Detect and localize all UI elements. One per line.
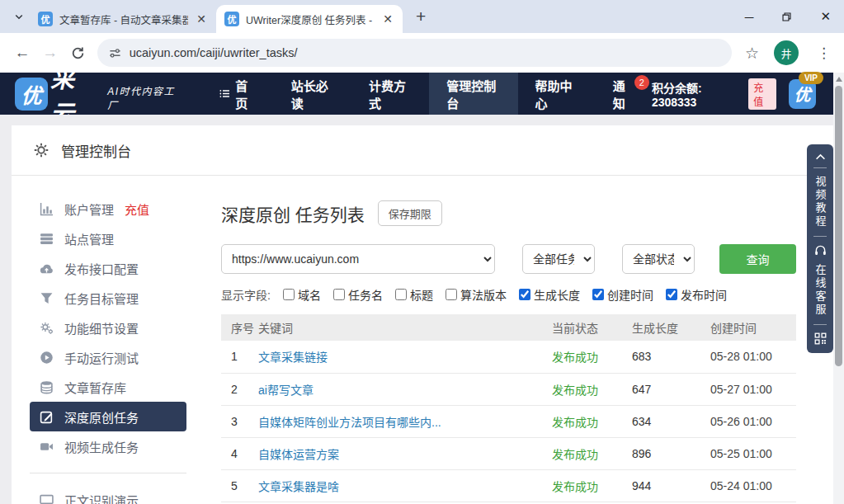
checkbox-label: 创建时间: [607, 286, 653, 303]
table-row: 3 自媒体矩阵创业方法项目有哪些内... 发布成功 634 05-26 01:0…: [221, 405, 796, 437]
reload-icon: [71, 46, 85, 60]
task-filter-select[interactable]: 全部任务: [522, 244, 595, 274]
save-period-button[interactable]: 保存期限: [378, 200, 442, 226]
sidebar-item-content-recognition-demo[interactable]: 正文识别演示: [30, 485, 186, 504]
query-button[interactable]: 查询: [719, 244, 796, 274]
checkbox[interactable]: [395, 289, 407, 300]
cell-created: 05-28 01:00: [710, 341, 796, 373]
close-tab-icon[interactable]: ✕: [381, 12, 394, 26]
nav-item-must-read[interactable]: 站长必读: [274, 73, 351, 115]
url-text: ucaiyun.com/caiji/uwriter_tasks/: [130, 46, 298, 59]
cell-created: 05-27 01:00: [710, 373, 796, 405]
minimize-button[interactable]: ─: [745, 10, 754, 24]
checkbox[interactable]: [519, 289, 530, 300]
nav-item-help[interactable]: 帮助中心: [518, 73, 596, 115]
field-checkbox-domain[interactable]: 域名: [283, 286, 321, 303]
keyword-link[interactable]: 文章采集器是啥: [258, 480, 339, 493]
qr-code-icon[interactable]: [814, 332, 827, 345]
sidebar-item-label: 手动运行测试: [64, 349, 139, 366]
close-window-button[interactable]: ✕: [820, 9, 831, 24]
tab-article-store[interactable]: 优 文章暂存库 - 自动文章采集器-自 ✕: [30, 5, 216, 33]
gears-icon: [40, 321, 54, 335]
browser-profile-avatar[interactable]: 井: [774, 40, 799, 65]
sidebar-item-label: 账户管理: [64, 200, 114, 218]
scrollbar-thumb[interactable]: [835, 86, 842, 366]
checkbox[interactable]: [446, 289, 457, 300]
checkbox[interactable]: [283, 289, 295, 300]
nav-item-home[interactable]: 首页: [202, 73, 274, 115]
cell-length: 647: [632, 373, 710, 405]
status-badge: 发布成功: [552, 373, 632, 405]
checkbox[interactable]: [333, 289, 345, 300]
cell-length: 634: [632, 405, 710, 437]
headset-icon[interactable]: [814, 244, 827, 257]
field-checkbox-algo-version[interactable]: 算法版本: [446, 286, 507, 303]
sidebar-item-task-targets[interactable]: 任务目标管理: [30, 283, 186, 313]
new-tab-button[interactable]: +: [416, 7, 426, 26]
checkbox-label: 域名: [298, 286, 321, 303]
user-avatar[interactable]: 优 VIP: [789, 79, 816, 109]
sidebar-item-deep-original-tasks[interactable]: 深度原创任务: [30, 402, 186, 431]
filter-row: https://www.ucaiyun.com 全部任务 全部状态 查询: [221, 244, 796, 274]
restore-button[interactable]: [781, 12, 792, 22]
sidebar-recharge-link[interactable]: 充值: [125, 200, 149, 218]
sidebar-item-video-tasks[interactable]: 视频生成任务: [30, 431, 186, 461]
brand-logo-mark[interactable]: 优: [15, 78, 48, 111]
field-checkbox-task-name[interactable]: 任务名: [333, 286, 383, 303]
checkbox-label: 标题: [410, 286, 433, 303]
cell-no: 4: [221, 437, 258, 469]
scrollbar-up-arrow[interactable]: [836, 77, 842, 82]
sidebar-item-manual-test[interactable]: 手动运行测试: [30, 342, 186, 372]
sidebar-item-label: 深度原创任务: [64, 408, 139, 426]
checkbox[interactable]: [666, 289, 677, 300]
field-checkbox-gen-length[interactable]: 生成长度: [519, 286, 580, 303]
checkbox[interactable]: [592, 289, 604, 300]
tab-search-button[interactable]: [8, 6, 30, 27]
nav-label: 站长必读: [291, 77, 334, 111]
close-tab-icon[interactable]: ✕: [195, 12, 208, 26]
sidebar-item-publish-api[interactable]: 发布接口配置: [30, 253, 186, 283]
back-button[interactable]: ←: [8, 39, 36, 67]
sidebar-item-label: 文章暂存库: [64, 379, 126, 396]
page-scrollbar[interactable]: [833, 73, 844, 504]
online-service-button[interactable]: 在线客服: [815, 264, 826, 317]
site-navbar: 优 采云 AI时代内容工厂 首页 站长必读 计费方式 管理控制台 帮助中心 通知…: [0, 73, 844, 115]
recharge-button[interactable]: 充值: [748, 78, 776, 110]
site-filter-select[interactable]: https://www.ucaiyun.com: [221, 244, 495, 274]
status-filter-select[interactable]: 全部状态: [622, 244, 695, 274]
nav-item-pricing[interactable]: 计费方式: [351, 73, 429, 115]
database-icon: [40, 380, 54, 394]
col-header-status: 当前状态: [552, 314, 632, 341]
video-tutorial-button[interactable]: 视频教程: [815, 176, 826, 228]
keyword-link[interactable]: 自媒体矩阵创业方法项目有哪些内...: [258, 416, 441, 429]
bookmark-star-icon[interactable]: ☆: [745, 44, 759, 63]
sidebar-item-article-store[interactable]: 文章暂存库: [30, 372, 186, 402]
status-badge: 发布成功: [552, 437, 632, 469]
keyword-link[interactable]: ai帮写文章: [258, 384, 314, 397]
points-balance: 积分余额: 2308333: [652, 79, 741, 109]
sidebar-item-feature-settings[interactable]: 功能细节设置: [30, 313, 186, 342]
field-checkbox-created-time[interactable]: 创建时间: [592, 286, 653, 303]
url-bar[interactable]: ucaiyun.com/caiji/uwriter_tasks/: [97, 39, 732, 67]
cell-no: 2: [221, 373, 258, 405]
chevron-up-icon[interactable]: [815, 153, 826, 160]
main-panel: 深度原创 任务列表 保存期限 https://www.ucaiyun.com 全…: [221, 194, 796, 504]
sidebar-item-account[interactable]: 账户管理 充值: [30, 194, 186, 224]
nav-item-notifications[interactable]: 通知 2: [596, 73, 652, 115]
brand-tagline: AI时代内容工厂: [107, 83, 180, 111]
monitor-icon: [40, 493, 54, 504]
field-checkbox-title[interactable]: 标题: [395, 286, 433, 303]
window-controls: ─ ✕: [745, 9, 831, 24]
cloud-upload-icon: [40, 261, 54, 276]
list-icon: [219, 87, 230, 100]
checkbox-label: 算法版本: [460, 286, 507, 303]
keyword-link[interactable]: 自媒体运营方案: [258, 448, 339, 461]
browser-menu-icon[interactable]: ⋮: [812, 45, 836, 62]
table-row: 1 文章采集链接 发布成功 683 05-28 01:00: [221, 341, 796, 373]
field-checkbox-publish-time[interactable]: 发布时间: [666, 286, 727, 303]
tab-uwriter-tasks[interactable]: 优 UWriter深度原创 任务列表 - 自 ✕: [216, 5, 403, 33]
sidebar-item-sites[interactable]: 站点管理: [30, 224, 186, 253]
nav-item-console[interactable]: 管理控制台: [429, 73, 517, 115]
keyword-link[interactable]: 文章采集链接: [258, 351, 328, 364]
tune-icon[interactable]: [109, 47, 121, 59]
